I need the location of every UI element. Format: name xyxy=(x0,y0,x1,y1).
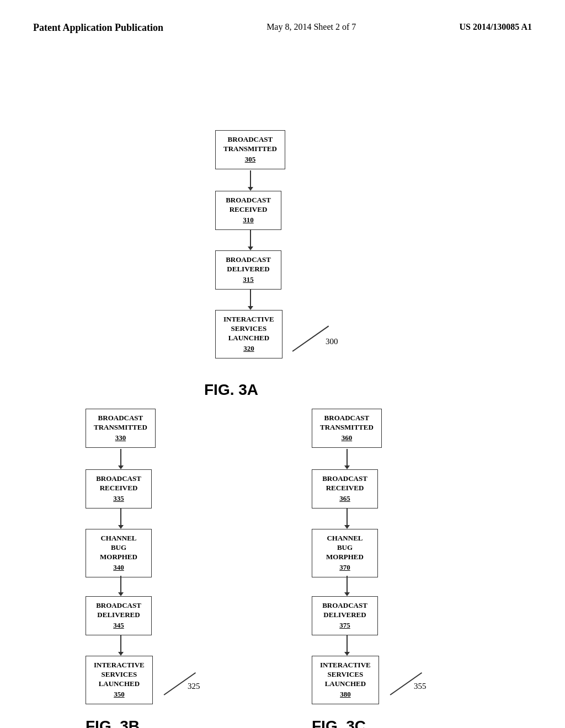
arrow-340-345 xyxy=(118,576,124,596)
fig-3c-label: FIG. 3C xyxy=(312,718,366,728)
arrow-375-380 xyxy=(344,635,350,656)
ref-300: 300 xyxy=(326,337,338,346)
publication-label: Patent Application Publication xyxy=(33,22,163,34)
arrow-310-315 xyxy=(248,230,253,250)
arrow-305-310 xyxy=(248,170,253,191)
box-365: BROADCASTRECEIVED365 xyxy=(312,469,378,508)
diagram-container: BROADCASTTRANSMITTED305 BROADCASTRECEIVE… xyxy=(0,45,565,718)
box-320: INTERACTIVESERVICESLAUNCHED320 xyxy=(215,310,282,358)
box-345: BROADCASTDELIVERED345 xyxy=(86,596,152,635)
patent-number-label: US 2014/130085 A1 xyxy=(459,22,532,32)
page-header: Patent Application Publication May 8, 20… xyxy=(0,0,565,45)
arrow-335-340 xyxy=(118,508,124,529)
arrow-365-370 xyxy=(344,508,350,529)
arrow-345-350 xyxy=(118,635,124,656)
fig-3b-label: FIG. 3B xyxy=(86,718,140,728)
box-375: BROADCASTDELIVERED375 xyxy=(312,596,378,635)
ref-325: 325 xyxy=(188,682,200,691)
box-315: BROADCASTDELIVERED315 xyxy=(215,250,281,290)
box-305: BROADCASTTRANSMITTED305 xyxy=(215,130,285,169)
arrow-360-365 xyxy=(344,449,350,469)
arrow-370-375 xyxy=(344,576,350,596)
box-310: BROADCASTRECEIVED310 xyxy=(215,191,281,230)
date-sheet-label: May 8, 2014 Sheet 2 of 7 xyxy=(266,22,356,32)
box-360: BROADCASTTRANSMITTED360 xyxy=(312,409,382,448)
box-370: CHANNELBUGMORPHED370 xyxy=(312,529,378,577)
box-335: BROADCASTRECEIVED335 xyxy=(86,469,152,508)
box-330: BROADCASTTRANSMITTED330 xyxy=(86,409,156,448)
arrow-330-335 xyxy=(118,449,124,469)
box-340: CHANNELBUGMORPHED340 xyxy=(86,529,152,577)
arrow-315-320 xyxy=(248,290,253,310)
box-380: INTERACTIVESERVICESLAUNCHED380 xyxy=(312,656,379,704)
fig-3a-label: FIG. 3A xyxy=(204,381,258,399)
diag-line-300 xyxy=(292,325,329,351)
box-350: INTERACTIVESERVICESLAUNCHED350 xyxy=(86,656,153,704)
ref-355: 355 xyxy=(414,682,427,691)
